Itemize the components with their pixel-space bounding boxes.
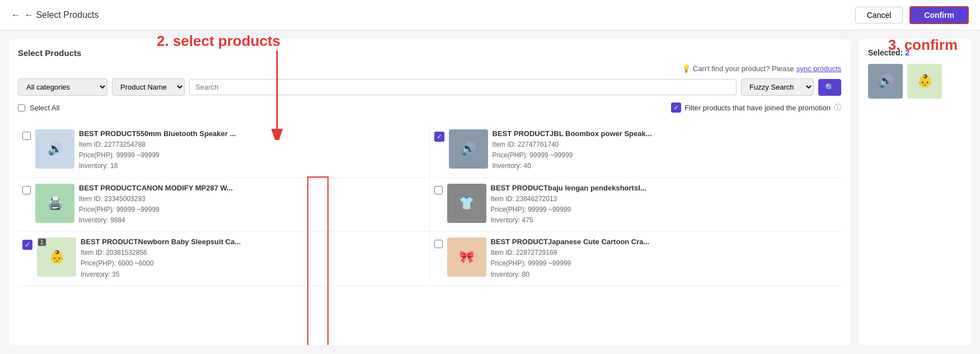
product-info: BEST PRODUCTJapanese Cute Cartoon Cra...… [491,237,837,280]
product-img-emoji: 🔊 [35,129,74,169]
product-info: BEST PRODUCT550mm Bluetooth Speaker ... … [79,129,425,172]
page-wrapper: 2. select products 3. confirm ← ← Select… [0,0,980,354]
selected-thumb: 👶 [907,64,942,99]
product-image: 🖨️ [35,184,74,223]
product-name: BEST PRODUCTNewborn Baby Sleepsuit Ca... [81,237,425,246]
product-name: BEST PRODUCT550mm Bluetooth Speaker ... [79,129,425,138]
fuzzy-search-select[interactable]: Fuzzy Search [741,78,814,96]
product-details: Item ID: 22747761740Price(PHP): 99999 ~9… [493,139,837,172]
product-details: Item ID: 20381532856Price(PHP): 6000 ~60… [81,248,425,280]
search-button[interactable]: 🔍 [818,79,841,96]
top-bar: 💡 Can't find your product? Please sync p… [18,64,841,73]
selected-thumb: 🔊 [868,64,903,99]
header-right: Cancel Confirm [855,6,969,24]
product-details: Item ID: 23846272013Price(PHP): 99999 ~9… [491,194,837,226]
product-checkbox[interactable] [22,186,31,194]
product-checkbox-checked[interactable]: ✓ [22,240,32,250]
product-image: 1 👶 [37,237,76,277]
product-image: 🔊 [35,129,74,169]
product-item: 🔊 BEST PRODUCT550mm Bluetooth Speaker ..… [18,124,430,178]
select-all-checkbox[interactable] [18,104,25,111]
cancel-button[interactable]: Cancel [855,7,903,24]
product-image: 🎀 [447,237,486,277]
product-item: 👕 BEST PRODUCTbaju lengan pendekshortsI.… [430,178,842,232]
product-item: 🎀 BEST PRODUCTJapanese Cute Cartoon Cra.… [430,232,842,286]
products-grid: 🔊 BEST PRODUCT550mm Bluetooth Speaker ..… [18,124,841,286]
product-checkbox[interactable] [434,240,443,248]
product-checkbox-checked[interactable]: ✓ [434,132,444,142]
product-img-emoji: 🔊 [449,129,488,169]
product-checkbox[interactable] [22,132,31,140]
product-name: BEST PRODUCTJapanese Cute Cartoon Cra... [491,237,837,246]
product-details: Item ID: 22872729169Price(PHP): 99999 ~9… [491,248,837,280]
confirm-button[interactable]: Confirm [909,6,969,24]
filter-checkbox-row: ✓ Filter products that have joined the p… [671,103,841,113]
selected-title: Selected: 2 [868,48,962,57]
product-img-emoji: 🖨️ [35,184,74,223]
product-name-select[interactable]: Product Name [112,78,185,96]
filter-info-icon: ⓘ [834,103,841,113]
product-item: 🖨️ BEST PRODUCTCANON MODIFY MP287 W... I… [18,178,430,232]
right-panel: Selected: 2 🔊👶 [859,39,971,345]
product-info: BEST PRODUCTCANON MODIFY MP287 W... Item… [79,184,425,226]
header: ← ← Select Products Cancel Confirm [0,0,980,30]
product-details: Item ID: 23345003293Price(PHP): 99999 ~9… [79,194,425,226]
product-details: Item ID: 22773254788Price(PHP): 99999 ~9… [79,139,425,172]
categories-select[interactable]: All categories [18,78,107,96]
header-left: ← ← Select Products [11,10,99,20]
cant-find-text: Can't find your product? Please [693,64,794,73]
product-image: 🔊 [449,129,488,169]
search-input[interactable] [189,79,737,95]
left-panel: Select Products 💡 Can't find your produc… [9,39,850,345]
product-info: BEST PRODUCTJBL Boombox power Speak... I… [493,129,837,172]
product-image: 👕 [447,184,486,223]
product-name: BEST PRODUCTCANON MODIFY MP287 W... [79,184,425,192]
panel-title: Select Products [18,48,841,58]
header-title: ← Select Products [25,10,99,20]
filter-row: All categories Product Name Fuzzy Search… [18,78,841,96]
selected-items: 🔊👶 [868,64,962,99]
main-content: Select Products 💡 Can't find your produc… [0,30,980,354]
select-all-row: Select All [18,104,671,112]
product-item: ✓ 1 👶 BEST PRODUCTNewborn Baby Sleepsuit… [18,232,430,286]
back-icon: ← [11,10,20,20]
product-img-emoji: 👕 [447,184,486,223]
sync-products-link[interactable]: sync products [796,64,841,73]
product-info: BEST PRODUCTbaju lengan pendekshortsI...… [491,184,837,226]
lightbulb-icon: 💡 [682,64,691,73]
filter-joined-checkbox[interactable]: ✓ [671,103,681,113]
product-img-emoji: 🎀 [447,237,486,277]
product-checkbox[interactable] [434,186,443,194]
product-name: BEST PRODUCTbaju lengan pendekshortsI... [491,184,837,192]
select-all-label: Select All [30,104,59,112]
filter-label: Filter products that have joined the pro… [684,104,831,112]
product-name: BEST PRODUCTJBL Boombox power Speak... [493,129,837,138]
product-item: ✓ 🔊 BEST PRODUCTJBL Boombox power Speak.… [430,124,842,178]
product-badge: 1 [38,239,46,246]
product-info: BEST PRODUCTNewborn Baby Sleepsuit Ca...… [81,237,425,280]
selected-count: 2 [905,48,909,57]
